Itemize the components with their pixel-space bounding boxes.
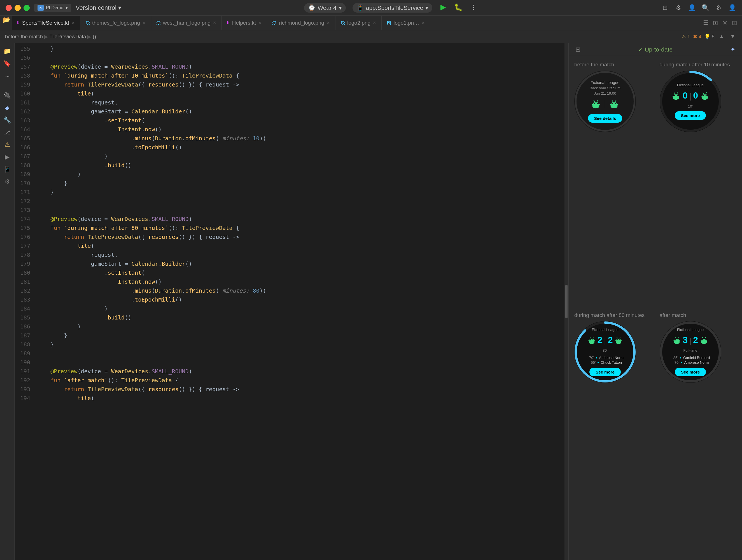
code-line-164: Instant.now() [37,125,565,134]
preview-magic-icon[interactable]: ✦ [729,45,737,54]
image-file-icon-3: 🖼 [272,20,277,26]
sidebar-more-icon[interactable]: ··· [2,70,13,81]
preview-layout-icon[interactable]: ⊞ [574,45,582,54]
code-line-189 [37,349,565,358]
svg-point-29 [703,95,704,96]
sidebar-run-icon[interactable]: ▶ [2,152,13,162]
sidebar-settings-icon[interactable]: ⚙ [2,176,13,187]
split-editor-button[interactable]: ⊞ [711,19,720,27]
preview-cell-before-match: before the match Fictional League Back r… [572,59,654,307]
tab-west-ham[interactable]: 🖼 west_ham_logo.png ✕ [151,16,222,30]
scorer-min-after-2: 70' [672,360,679,365]
code-line-180: .setInstant( [37,268,565,277]
maximize-traffic-light[interactable] [23,5,30,11]
app-menu[interactable]: PL PLDemo ▾ [34,4,71,12]
tab-close-helpers[interactable]: ✕ [258,20,262,26]
debug-button[interactable]: 🐛 [454,3,463,11]
project-tree-toggle[interactable]: 📂 [2,16,11,24]
tab-sports-tile[interactable]: K SportsTileService.kt ✕ [12,16,81,30]
away-team-icon-after [700,336,708,344]
sidebar-bookmark-icon[interactable]: 🔖 [2,58,13,69]
hint-count: 💡 5 [704,34,714,40]
scrollbar-thumb[interactable] [565,285,568,318]
code-line-185: .build() [37,313,565,322]
wear-selector[interactable]: ⌚ Wear 4 ▾ [304,3,346,13]
version-control-menu[interactable]: Version control ▾ [75,4,121,11]
scorers-during-80: 70' ● Ambrose Norm 55' ● Chuck Tatton [587,355,623,365]
tab-logo2[interactable]: 🖼 logo2.png ✕ [335,16,382,30]
score-sep-after: | [689,336,691,345]
tab-close-themes-logo[interactable]: ✕ [142,20,146,26]
preview-panel: ⊞ ✓ Up-to-date ✦ before the match Fictio [568,43,742,560]
close-traffic-light[interactable] [6,5,12,11]
tab-richmond-logo[interactable]: 🖼 richmond_logo.png ✕ [267,16,335,30]
tab-close-logo1[interactable]: ✕ [421,20,425,26]
sidebar-vcs-icon[interactable]: ⎇ [2,127,13,138]
code-line-188: } [37,340,565,349]
tab-close-logo2[interactable]: ✕ [373,20,376,26]
code-line-190 [37,358,565,367]
titlebar: PL PLDemo ▾ Version control ▾ ⌚ Wear 4 ▾… [0,0,742,16]
sidebar-plugins-icon[interactable]: 🔌 [2,90,13,101]
settings-icon[interactable]: ⚙ [714,4,723,12]
scroll-up-button[interactable]: ▲ [718,33,726,41]
code-editor[interactable]: } @Preview(device = WearDevices.SMALL_RO… [34,43,565,560]
preview-status: ✓ Up-to-date [638,46,673,53]
away-team-icon-before [609,99,619,109]
tab-themes-logo[interactable]: 🖼 themes_fc_logo.png ✕ [81,16,151,30]
app-chevron: ▾ [65,5,68,10]
score-after: 3 | 2 [683,335,698,345]
svg-line-69 [705,337,705,338]
profile-icon[interactable]: 👤 [728,4,736,12]
titlebar-center: ⌚ Wear 4 ▾ 📱 app.SportsTileService ▾ ▶ 🐛… [126,3,656,13]
see-more-button-during-10[interactable]: See more [675,111,706,120]
close-editor-button[interactable]: ✕ [721,19,729,27]
tab-close-west-ham[interactable]: ✕ [213,20,216,26]
sidebar-wrench-icon[interactable]: 🔧 [2,115,13,125]
see-details-button[interactable]: See details [588,114,622,123]
preview-cell-during-80: during match after 80 minutes Fictional … [572,309,654,557]
code-line-173 [37,206,565,214]
see-more-button-during-80[interactable]: See more [589,368,621,376]
tab-label-richmond-logo: richmond_logo.png [279,20,324,26]
toolbar-icon-1[interactable]: ⊞ [661,4,669,12]
code-line-194: tile( [37,394,565,403]
tab-list-button[interactable]: ☰ [702,19,710,27]
see-more-button-after[interactable]: See more [675,368,706,376]
svg-point-22 [677,95,678,96]
away-score-after: 2 [693,335,698,345]
bc-tail: (): [93,34,97,40]
search-icon[interactable]: 🔍 [701,4,709,12]
more-run-options[interactable]: ⋮ [469,3,478,11]
sidebar-diamond-icon[interactable]: ◆ [2,102,13,113]
tab-label-logo1: logo1.pn… [393,20,419,26]
tab-logo1[interactable]: 🖼 logo1.pn… ✕ [382,16,430,30]
scorer-dot-1: ● [595,356,597,359]
sidebar-phone-icon[interactable]: 📱 [2,164,13,175]
expand-editor-button[interactable]: ⊡ [730,19,739,27]
scroll-down-button[interactable]: ▼ [729,33,737,41]
away-score-during-10: 0 [693,91,698,101]
sidebar-issues-icon[interactable]: ⚠ [2,140,13,150]
code-line-158: fun `during match after 10 minutes`(): T… [37,71,565,80]
toolbar-icon-2[interactable]: ⚙ [674,4,683,12]
tab-helpers[interactable]: K Helpers.kt ✕ [222,16,267,30]
kotlin-file-icon-2: K [227,20,230,26]
tab-close-sports-tile[interactable]: ✕ [71,20,75,26]
code-line-183: .toEpochMilli() [37,295,565,304]
preview-cell-during-10: during match after 10 minutes Fictional … [657,59,739,307]
code-line-165: .minus(Duration.ofMinutes( minutes: 10)) [37,134,565,143]
service-selector[interactable]: 📱 app.SportsTileService ▾ [353,3,433,13]
code-line-193: return TilePreviewData({ resources() }) … [37,385,565,394]
tab-close-richmond-logo[interactable]: ✕ [326,20,330,26]
sidebar-project-icon[interactable]: 📁 [2,46,13,57]
toolbar-icon-3[interactable]: 👤 [688,4,696,12]
venue-before: Back road Stadium [590,86,621,90]
svg-line-34 [706,92,706,93]
scorer-name-1: Ambrose Norm [599,356,623,360]
run-button[interactable]: ▶ [439,3,447,11]
minimize-traffic-light[interactable] [14,5,21,11]
traffic-lights [6,5,30,11]
home-team-icon-after [673,336,681,344]
editor-scrollbar[interactable] [565,43,568,560]
